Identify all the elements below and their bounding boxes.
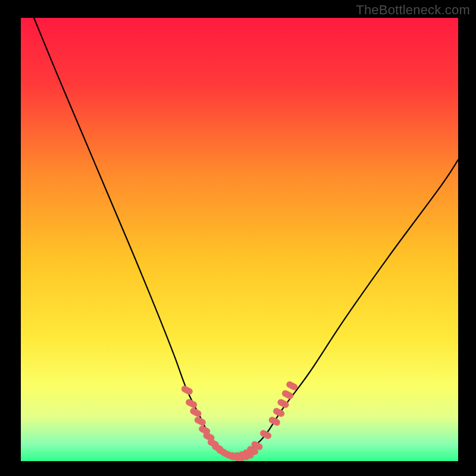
highlight-dot [290, 384, 295, 387]
highlight-dot [246, 453, 250, 455]
gradient-background [21, 18, 458, 461]
chart-frame: TheBottleneck.com [0, 0, 476, 476]
highlight-dot [189, 402, 194, 405]
highlight-dot [277, 411, 281, 414]
highlight-dot [281, 402, 286, 405]
highlight-dot [285, 393, 290, 396]
highlight-dot [206, 436, 211, 438]
highlight-dot [202, 429, 207, 431]
highlight-dot [272, 420, 277, 422]
highlight-dot [255, 444, 259, 447]
chart-canvas [0, 0, 476, 476]
highlight-dot [193, 411, 198, 414]
watermark-text: TheBottleneck.com [356, 2, 470, 18]
highlight-dot [250, 449, 255, 452]
highlight-dot [184, 389, 189, 392]
highlight-dot [198, 420, 202, 422]
highlight-dot [264, 433, 268, 436]
